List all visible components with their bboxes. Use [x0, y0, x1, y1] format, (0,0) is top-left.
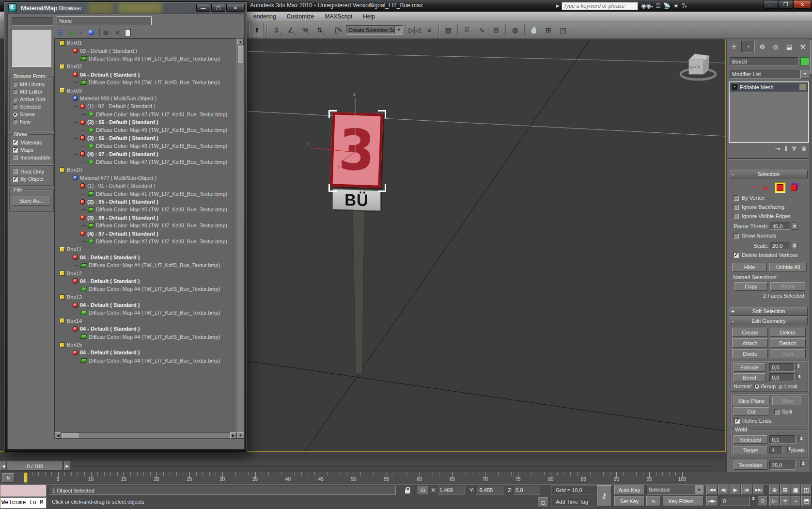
tree-row-box02[interactable]: Box02 — [55, 63, 236, 70]
weld-selected-button[interactable]: Selected — [734, 435, 767, 444]
selected-map-field[interactable]: None — [57, 16, 152, 25]
modifier-list-arrow-icon[interactable]: ▼ — [800, 70, 810, 79]
frame-spinner[interactable] — [750, 495, 751, 502]
scroll-right-icon[interactable]: ▶ — [230, 432, 236, 439]
tree-row-diffuse-color-map-5-tw-lf7-kzif3-bue-tex[interactable]: Diffuse Color: Map #5 (TW_Lf7_Kzif3_Bue_… — [55, 206, 236, 213]
planar-thresh-field[interactable]: 45,0 — [770, 223, 790, 230]
scene-states-icon[interactable]: ⌸ — [460, 23, 474, 37]
keyboard-shortcut-override-icon[interactable]: {✎ — [332, 23, 345, 37]
bevel-field[interactable]: 0,0 — [769, 373, 795, 382]
tree-row-4-07-default-standard[interactable]: (4) : 07 - Default ( Standard ) — [55, 229, 236, 237]
slice-plane-button[interactable]: Slice Plane — [734, 397, 769, 405]
cut-button[interactable]: Cut — [734, 407, 769, 416]
bevel-button[interactable]: Bevel — [734, 373, 765, 382]
schematic-view-icon[interactable]: ⊟ — [489, 23, 503, 37]
key-filters-button[interactable]: Key Filters... — [663, 496, 703, 506]
modifier-list-dropdown[interactable]: Modifier List — [730, 70, 800, 79]
radio-mtl-library[interactable]: Mtl Library — [10, 80, 53, 88]
tree-row-diffuse-color-map-7-tw-lf7-kzif3-bue-tex[interactable]: Diffuse Color: Map #7 (TW_Lf7_Kzif3_Bue_… — [55, 158, 236, 166]
by-vertex-checkbox[interactable]: By Vertex — [734, 195, 765, 201]
vertical-scrollbar[interactable]: ▲ — [237, 38, 244, 439]
tree-row-diffuse-color-map-4-tw-lf7-kzif3-bue-tex[interactable]: Diffuse Color: Map #4 (TW_Lf7_Kzif3_Bue_… — [55, 333, 236, 340]
delete-button[interactable]: Delete — [770, 328, 806, 337]
turn-button[interactable]: Turn — [770, 349, 806, 358]
previous-frame-button[interactable]: ◀|| — [718, 485, 729, 495]
infocenter-collapse-icon[interactable]: ▶ — [556, 3, 560, 8]
rollout-edit-geometry[interactable]: - Edit Geometry — [730, 317, 808, 325]
create-button[interactable]: Create — [732, 328, 768, 337]
dialog-titlebar[interactable]: Ɛ Material/Map Browser — ▢ ✕ — [4, 2, 247, 14]
view-list-icon[interactable]: ☰ — [56, 29, 65, 37]
vertex-mode-icon[interactable]: ∴ — [735, 183, 745, 192]
tree-row-diffuse-color-map-4-tw-lf7-kzif3-bue-tex[interactable]: Diffuse Color: Map #4 (TW_Lf7_Kzif3_Bue_… — [55, 357, 236, 365]
tree-row-material-77-multi-sub-object[interactable]: Material #77 ( Multi/Sub-Object ) — [55, 174, 236, 182]
ignore-visible-edges-checkbox[interactable]: Ignore Visible Edges — [734, 213, 791, 219]
paste-button[interactable]: Paste — [770, 282, 805, 291]
help-icon[interactable]: ?▾ — [682, 2, 687, 9]
tree-row-4-07-default-standard[interactable]: (4) : 07 - Default ( Standard ) — [55, 150, 236, 158]
split-checkbox[interactable]: Split — [774, 409, 792, 414]
tree-row-diffuse-color-map-6-tw-lf7-kzif3-bue-tex[interactable]: Diffuse Color: Map #6 (TW_Lf7_Kzif3_Bue_… — [55, 142, 236, 150]
tab-motion-icon[interactable]: ◎ — [769, 41, 782, 52]
tree-row-1-02-default-standard[interactable]: (1) : 02 - Default ( Standard ) — [55, 102, 236, 110]
make-unique-icon[interactable]: ∀ — [792, 145, 796, 152]
next-frame-button[interactable]: ||▶ — [741, 485, 752, 495]
menu-endering[interactable]: endering — [248, 13, 281, 20]
dialog-minimize-button[interactable]: — — [196, 4, 210, 12]
weld-selected-field[interactable]: 0,1 — [769, 435, 796, 444]
view-list-plus-icons-icon[interactable]: ☱ — [66, 29, 75, 37]
y-coordinate-field[interactable]: -5,455 — [475, 486, 503, 494]
tree-row-1-01-default-standard[interactable]: (1) : 01 - Default ( Standard ) — [55, 182, 236, 190]
planar-thresh-spinner[interactable] — [792, 223, 797, 230]
check-root-only[interactable]: Root Only — [10, 168, 53, 175]
tree-row-box15[interactable]: Box15 — [55, 341, 236, 349]
tree-row-2-05-default-standard[interactable]: (2) : 05 - Default ( Standard ) — [55, 198, 236, 206]
extrude-button[interactable]: Extrude — [734, 363, 765, 372]
zoom-extents-all-icon[interactable]: ◫ — [801, 485, 812, 495]
panel-scrollbar[interactable] — [809, 39, 812, 483]
toolbar-window-arrow-icon[interactable]: ⬆ — [250, 23, 264, 37]
stack-expand-icon[interactable]: + — [732, 84, 737, 90]
rendered-frame-window-icon[interactable]: ⊞ — [542, 23, 555, 37]
slice-button[interactable]: Slice — [772, 397, 802, 405]
go-to-start-button[interactable]: |◀◀ — [706, 485, 718, 495]
check-by-object[interactable]: By Object — [10, 175, 53, 183]
normals-scale-field[interactable]: 20,0 — [770, 242, 790, 249]
menu-help[interactable]: Help — [358, 13, 380, 20]
tree-row-box03[interactable]: Box03 — [55, 86, 236, 94]
combo-arrow-icon[interactable]: ▼ — [394, 26, 403, 34]
show-normals-checkbox[interactable]: Show Normals — [734, 233, 777, 239]
time-slider-left-arrow[interactable]: ◀ — [0, 461, 6, 471]
normals-scale-spinner[interactable] — [792, 242, 797, 249]
radio-active-slot[interactable]: Active Slot — [10, 95, 53, 103]
tree-row-diffuse-color-map-4-tw-lf7-kzif3-bue-tex[interactable]: Diffuse Color: Map #4 (TW_Lf7_Kzif3_Bue_… — [55, 309, 236, 317]
divide-button[interactable]: Divide — [732, 349, 768, 358]
show-end-result-icon[interactable]: ‖ — [785, 145, 787, 152]
key-step-toggle[interactable]: |◀▶| — [706, 496, 718, 506]
tree-row-diffuse-color-map-2-tw-lf7-kzif3-bue-tex[interactable]: Diffuse Color: Map #2 (TW_Lf7_Kzif3_Bue_… — [55, 111, 236, 118]
auto-key-button[interactable]: Auto Key — [614, 485, 644, 495]
tree-row-diffuse-color-map-7-tw-lf7-kzif3-bue-tex[interactable]: Diffuse Color: Map #7 (TW_Lf7_Kzif3_Bue_… — [55, 238, 236, 245]
default-in-out-tangents-icon[interactable]: ∿ — [646, 496, 661, 506]
field-of-view-icon[interactable]: ▷ — [769, 496, 780, 506]
combo-arrow-icon[interactable]: ▼ — [695, 485, 703, 494]
save-as-button[interactable]: Save As... — [13, 196, 50, 206]
time-slider-handle[interactable]: 0 / 100 — [7, 461, 63, 471]
scroll-thumb[interactable] — [238, 46, 243, 63]
material-name-field[interactable] — [12, 17, 53, 26]
tree-row-3-06-default-standard[interactable]: (3) : 06 - Default ( Standard ) — [55, 134, 236, 142]
align-icon[interactable]: ≡ — [422, 23, 436, 37]
isolate-cube-icon[interactable]: ◻ — [538, 497, 548, 507]
tessellate-button[interactable]: Tessellate — [734, 461, 767, 470]
mini-curve-editor-icon[interactable]: ⇅ — [2, 473, 15, 483]
view-small-icons-icon[interactable]: ✦ — [76, 29, 85, 37]
extrude-spinner[interactable] — [796, 363, 796, 369]
clear-library-icon[interactable] — [123, 29, 132, 37]
weld-target-button[interactable]: Target — [734, 446, 767, 454]
scroll-up-icon[interactable]: ▲ — [237, 39, 244, 45]
refine-ends-checkbox[interactable]: Refine Ends — [734, 418, 771, 424]
view-large-icons-icon[interactable] — [86, 29, 95, 37]
radio-selected[interactable]: Selected — [10, 103, 53, 111]
tree-row-03-default-standard[interactable]: 03 - Default ( Standard ) — [55, 47, 236, 54]
absolute-offset-toggle[interactable]: ⊡ — [418, 486, 428, 495]
